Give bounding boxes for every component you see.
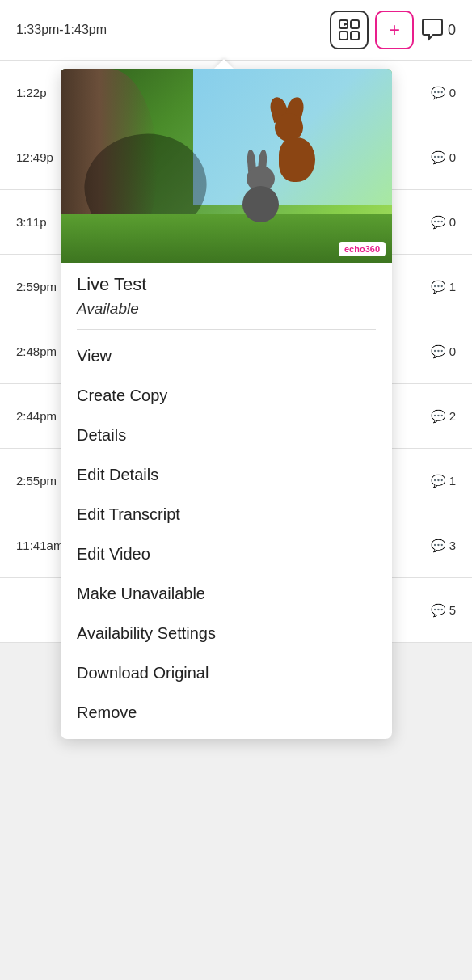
menu-item-availability-settings[interactable]: Availability Settings [61, 614, 392, 653]
row-comment: 💬 0 [431, 150, 456, 165]
menu-item-edit-details[interactable]: Edit Details [61, 455, 392, 495]
row-comment: 💬 3 [431, 539, 456, 553]
media-grid-icon [338, 19, 360, 41]
echo360-badge: echo360 [339, 242, 386, 256]
menu-item-make-unavailable[interactable]: Make Unavailable [61, 574, 392, 614]
media-grid-button[interactable] [330, 11, 369, 49]
thumbnail-image: echo360 [61, 69, 392, 263]
menu-item-remove[interactable]: Remove [61, 693, 392, 733]
rabbit-character [234, 166, 287, 222]
row-time: 2:48pm [16, 344, 57, 358]
row-time: 11:41am [16, 539, 63, 552]
menu-item-create-copy[interactable]: Create Copy [61, 376, 392, 416]
media-title: Live Test [61, 263, 392, 298]
row-comment: 💬 1 [431, 474, 456, 488]
menu-item-edit-transcript[interactable]: Edit Transcript [61, 495, 392, 534]
row-time: 3:11p [16, 215, 47, 229]
media-thumbnail: echo360 [61, 69, 392, 263]
comment-icon [420, 19, 445, 41]
row-comment: 💬 0 [431, 344, 456, 359]
svg-rect-2 [339, 32, 348, 40]
header: 1:33pm-1:43pm + 0 [0, 0, 472, 61]
comment-count: 0 [448, 22, 456, 39]
echo360-suffix: 360 [365, 244, 380, 254]
add-button[interactable]: + [375, 11, 414, 49]
menu-item-download-original[interactable]: Download Original [61, 653, 392, 693]
popup-arrow [214, 59, 234, 69]
add-icon: + [389, 19, 400, 41]
menu-item-details[interactable]: Details [61, 416, 392, 455]
row-time: 2:55pm [16, 474, 57, 488]
echo360-text: echo [344, 244, 365, 254]
row-time: 1:22p [16, 86, 47, 99]
row-comment: 💬 0 [431, 86, 456, 100]
menu-item-edit-video[interactable]: Edit Video [61, 534, 392, 574]
row-comment: 💬 5 [431, 603, 456, 618]
row-comment: 💬 0 [431, 215, 456, 230]
row-comment: 💬 1 [431, 280, 456, 294]
context-menu-popup: echo360 Live Test Available View Create … [61, 69, 392, 739]
row-time: 2:44pm [16, 409, 57, 423]
media-status: Available [61, 298, 392, 329]
comment-area: 0 [420, 19, 456, 41]
row-time: 2:59pm [16, 280, 57, 294]
row-comment: 💬 2 [431, 409, 456, 424]
menu-divider [77, 329, 376, 330]
rabbit-body [242, 186, 279, 222]
row-time: 12:49p [16, 150, 53, 164]
header-time: 1:33pm-1:43pm [16, 23, 107, 37]
menu-item-view[interactable]: View [61, 336, 392, 376]
header-icons: + 0 [330, 11, 456, 49]
svg-rect-3 [351, 32, 359, 40]
svg-rect-1 [351, 20, 359, 28]
